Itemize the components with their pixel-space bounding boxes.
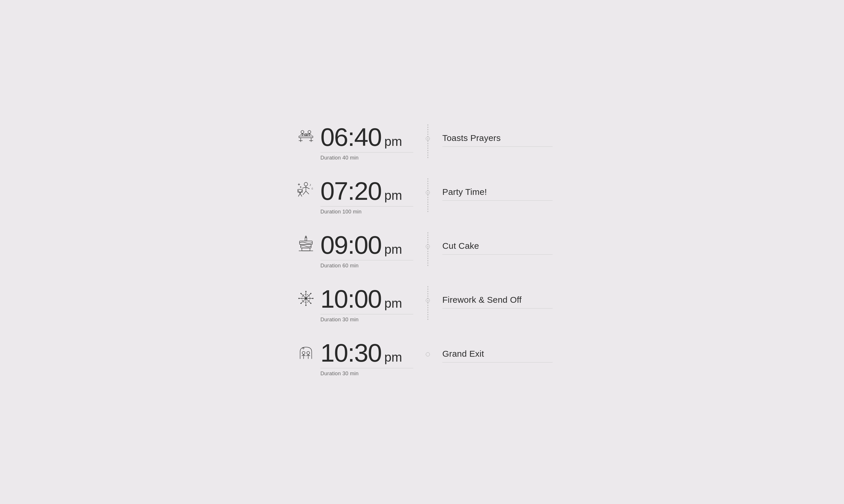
svg-text:♫: ♫ (311, 187, 313, 190)
duration-text-toasts-prayers: Duration 40 min (321, 155, 359, 161)
timeline-col-firework (419, 286, 436, 303)
svg-line-57 (304, 355, 305, 356)
event-col-toasts-prayers: Toasts Prayers (436, 124, 553, 147)
svg-line-20 (306, 191, 309, 194)
timeline-dot-firework (426, 299, 430, 303)
svg-point-50 (310, 303, 311, 304)
event-underline-firework (442, 308, 553, 309)
event-underline-party-time (442, 200, 553, 201)
time-display-grand-exit: 10:30 pm (321, 340, 413, 366)
spacer (291, 164, 553, 178)
timeline-line-toasts-prayers (428, 124, 428, 158)
svg-line-7 (301, 134, 303, 134)
timeline-dot-grand-exit (426, 352, 430, 356)
event-name-toasts-prayers: Toasts Prayers (442, 133, 501, 143)
time-underline-cut-cake (321, 260, 413, 260)
svg-line-56 (302, 355, 304, 356)
svg-line-18 (306, 187, 309, 189)
spacer (291, 326, 553, 340)
time-ampm-firework: pm (384, 296, 402, 310)
event-name-firework: Firework & Send Off (442, 295, 521, 305)
icon-col-cut-cake (291, 232, 321, 254)
time-col-firework: 10:00 pm Duration 30 min (321, 286, 419, 323)
time-number-party-time: 07:20 (321, 178, 381, 204)
time-number-grand-exit: 10:30 (321, 340, 381, 366)
svg-line-60 (307, 355, 308, 356)
icon-col-firework (291, 286, 321, 308)
schedule-row-cut-cake: 09:00 pm Duration 60 min Cut Cake (291, 232, 553, 269)
event-underline-toasts-prayers (442, 146, 553, 147)
time-display-party-time: 07:20 pm (321, 178, 413, 204)
spacer (291, 218, 553, 232)
svg-point-51 (310, 293, 311, 294)
svg-line-44 (301, 299, 306, 303)
time-col-party-time: 07:20 pm Duration 100 min (321, 178, 419, 215)
svg-point-54 (302, 352, 305, 354)
svg-point-47 (298, 298, 299, 299)
firework-icon (297, 289, 315, 308)
svg-point-48 (312, 298, 313, 299)
time-display-toasts-prayers: 06:40 pm (321, 124, 413, 150)
event-col-party-time: Party Time! (436, 178, 553, 201)
timeline-line-party-time (428, 178, 428, 212)
svg-rect-34 (302, 248, 310, 251)
event-col-firework: Firework & Send Off (436, 286, 553, 309)
icon-col-party-time: ♪ ♫ (291, 178, 321, 200)
timeline-dot-party-time (426, 191, 430, 195)
time-ampm-toasts-prayers: pm (384, 134, 402, 149)
svg-line-8 (303, 134, 304, 134)
time-col-cut-cake: 09:00 pm Duration 60 min (321, 232, 419, 269)
time-underline-firework (321, 314, 413, 314)
svg-point-46 (305, 305, 307, 306)
svg-point-45 (305, 291, 307, 292)
svg-point-5 (301, 130, 304, 133)
time-underline-toasts-prayers (321, 152, 413, 152)
duration-text-party-time: Duration 100 min (321, 209, 362, 215)
svg-rect-14 (307, 134, 308, 136)
time-ampm-party-time: pm (384, 188, 402, 203)
time-ampm-cut-cake: pm (384, 242, 402, 257)
time-underline-party-time (321, 206, 413, 206)
schedule-row-party-time: ♪ ♫ 07:20 pm Duration 100 min Party Time… (291, 178, 553, 215)
schedule-row-firework: 10:00 pm Duration 30 min Firework & Send… (291, 286, 553, 323)
time-number-toasts-prayers: 06:40 (321, 124, 381, 150)
party-icon: ♪ ♫ (297, 181, 315, 200)
timeline-col-grand-exit (419, 340, 436, 356)
time-col-grand-exit: 10:30 pm Duration 30 min (321, 340, 419, 377)
time-number-cut-cake: 09:00 (321, 232, 381, 258)
schedule-row-grand-exit: 10:30 pm Duration 30 min Grand Exit (291, 340, 553, 377)
svg-point-52 (300, 303, 302, 304)
spacer (291, 272, 553, 286)
duration-text-firework: Duration 30 min (321, 317, 359, 322)
icon-col-toasts-prayers (291, 124, 321, 146)
timeline-col-cut-cake (419, 232, 436, 249)
exit-icon (297, 343, 315, 362)
svg-rect-0 (299, 136, 313, 138)
time-number-firework: 10:00 (321, 286, 381, 312)
time-display-cut-cake: 09:00 pm (321, 232, 413, 258)
svg-line-19 (303, 191, 306, 195)
icon-col-grand-exit (291, 340, 321, 362)
svg-line-61 (308, 355, 310, 356)
svg-point-15 (304, 182, 308, 186)
timeline-col-toasts-prayers (419, 124, 436, 141)
svg-text:♪: ♪ (309, 183, 311, 187)
time-ampm-grand-exit: pm (384, 350, 402, 364)
event-name-grand-exit: Grand Exit (442, 349, 484, 358)
svg-rect-30 (305, 237, 307, 241)
timeline-line-firework (428, 286, 428, 320)
svg-point-9 (308, 130, 311, 133)
event-name-party-time: Party Time! (442, 187, 487, 197)
time-col-toasts-prayers: 06:40 pm Duration 40 min (321, 124, 419, 161)
svg-rect-13 (305, 134, 306, 136)
timeline-col-party-time (419, 178, 436, 195)
event-underline-cut-cake (442, 254, 553, 255)
event-col-cut-cake: Cut Cake (436, 232, 553, 255)
toasts-icon (297, 127, 315, 146)
event-col-grand-exit: Grand Exit (436, 340, 553, 362)
timeline-dot-cut-cake (426, 245, 430, 249)
duration-text-cut-cake: Duration 60 min (321, 263, 359, 269)
schedule-row-toasts-prayers: 06:40 pm Duration 40 min Toasts Prayers (291, 124, 553, 161)
svg-point-58 (307, 352, 310, 354)
svg-line-17 (303, 187, 306, 188)
